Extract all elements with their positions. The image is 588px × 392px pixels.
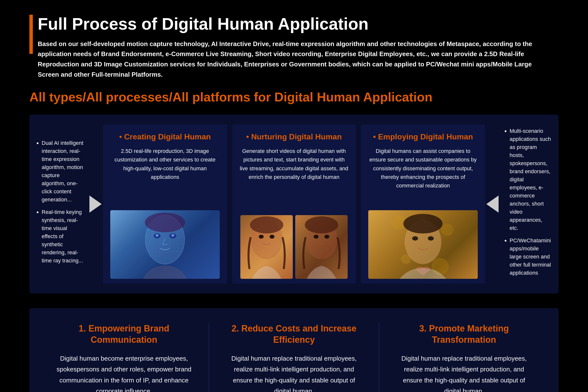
next-arrow-icon: [486, 196, 498, 213]
benefit-costs-title: 2. Reduce Costs and Increase Efficiency: [224, 323, 364, 346]
svg-point-18: [270, 235, 274, 239]
main-title: Full Process of Digital Human Applicatio…: [38, 15, 558, 33]
employing-card: Employing Digital Human Digital humans c…: [361, 124, 485, 284]
nurturing-face-svg-2: [295, 215, 348, 279]
svg-point-22: [324, 235, 329, 239]
employing-card-image: [368, 210, 478, 279]
nurturing-card: Nurturing Digital Human Generate short v…: [232, 124, 356, 284]
left-feature-item-1: Dual AI intelligent interaction, real-ti…: [42, 139, 83, 204]
employing-face-svg: [368, 210, 478, 279]
benefit-brand-card: 1. Empowering Brand Communication Digita…: [49, 323, 199, 392]
right-features: Multi-scenario applications such as prog…: [500, 124, 554, 284]
prev-arrow-icon: [90, 196, 102, 213]
orange-accent-bar: [30, 15, 33, 54]
page-wrapper: Full Process of Digital Human Applicatio…: [0, 0, 588, 392]
header-section: Full Process of Digital Human Applicatio…: [30, 15, 558, 80]
right-feature-list: Multi-scenario applications such as prog…: [505, 127, 551, 281]
employing-card-title: Employing Digital Human: [368, 132, 478, 142]
creating-face-svg: [110, 210, 220, 279]
creating-card: Creating Digital Human 2.5D real-life re…: [103, 124, 227, 284]
nurturing-card-image-2: [295, 215, 348, 279]
header-text-block: Full Process of Digital Human Applicatio…: [33, 15, 558, 80]
benefit-divider-2: [379, 323, 379, 392]
left-feature-list: Dual AI intelligent interaction, real-ti…: [37, 139, 83, 269]
svg-point-24: [442, 224, 454, 236]
right-feature-item-1: Multi-scenario applications such as prog…: [510, 127, 551, 232]
employing-card-description: Digital humans can assist companies to e…: [368, 147, 478, 190]
benefit-marketing-title: 3. Promote Marketing Transformation: [394, 323, 534, 346]
svg-point-30: [412, 236, 418, 240]
benefit-marketing-card: 3. Promote Marketing Transformation Digi…: [389, 323, 539, 392]
cards-container: Creating Digital Human 2.5D real-life re…: [103, 124, 485, 284]
creating-card-title: Creating Digital Human: [110, 132, 220, 142]
svg-point-16: [250, 216, 283, 234]
benefit-costs-description: Digital human replace traditional employ…: [224, 353, 364, 392]
svg-point-14: [145, 213, 185, 232]
svg-point-21: [314, 235, 318, 239]
carousel-section: Dual AI intelligent interaction, real-ti…: [30, 115, 558, 294]
benefits-section: 1. Empowering Brand Communication Digita…: [30, 308, 558, 392]
svg-point-4: [171, 234, 174, 237]
creating-card-image: [110, 210, 220, 279]
benefit-costs-card: 2. Reduce Costs and Increase Efficiency …: [219, 323, 369, 392]
left-feature-item-2: Real-time keying synthesis, real-time vi…: [42, 208, 83, 264]
benefit-divider-1: [209, 323, 209, 392]
nurturing-card-image-area: [239, 186, 349, 279]
nurturing-card-image-1: [240, 215, 293, 279]
svg-point-20: [305, 216, 338, 234]
nurturing-face-svg-1: [240, 215, 293, 279]
svg-point-3: [156, 234, 158, 237]
nurturing-card-title: Nurturing Digital Human: [239, 132, 349, 142]
svg-point-31: [428, 236, 434, 240]
benefit-brand-title: 1. Empowering Brand Communication: [54, 323, 194, 346]
svg-point-17: [259, 235, 264, 239]
orange-tagline: All types/All processes/All platforms fo…: [30, 90, 558, 104]
next-arrow-button[interactable]: [485, 124, 500, 284]
right-feature-item-2: PC/WeChatamini apps/mobile large screen …: [510, 236, 551, 277]
benefit-brand-description: Digital human become enterprise employee…: [54, 353, 194, 392]
subtitle-text: Based on our self-developed motion captu…: [38, 39, 552, 80]
prev-arrow-button[interactable]: [88, 124, 103, 284]
left-features: Dual AI intelligent interaction, real-ti…: [34, 124, 88, 284]
creating-card-image-area: [110, 186, 220, 279]
creating-card-description: 2.5D real-life reproduction, 3D image cu…: [110, 147, 220, 181]
svg-point-29: [404, 214, 443, 234]
nurturing-card-description: Generate short videos of digital human w…: [239, 147, 349, 181]
employing-card-image-area: [368, 195, 478, 278]
benefit-marketing-description: Digital human replace traditional employ…: [394, 353, 534, 392]
